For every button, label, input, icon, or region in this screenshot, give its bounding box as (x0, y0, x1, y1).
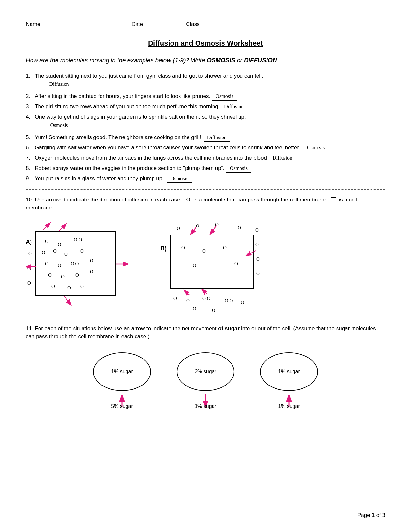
list-item: 4. One way to get rid of slugs in your g… (26, 113, 385, 131)
cells-row: 1% sugar 5% sugar 3% sugar (26, 346, 385, 410)
q11-section: 11. For each of the situations below use… (26, 324, 385, 341)
cell-ellipse-2: 3% sugar (177, 352, 234, 391)
svg-line-0 (43, 223, 50, 230)
header-line: Name Date Class (26, 19, 385, 28)
list-item: 7. Oxygen molecules move from the air sa… (26, 154, 385, 162)
cell-ellipse-3: 1% sugar (260, 352, 318, 391)
cell-ellipse-1: 1% sugar (93, 352, 151, 391)
list-item: 2. After sitting in the bathtub for hour… (26, 92, 385, 101)
date-blank (144, 19, 173, 28)
worksheet-title: Diffusion and Osmosis Worksheet (148, 38, 263, 49)
title-section: Diffusion and Osmosis Worksheet (26, 38, 385, 49)
list-item: 3. The girl sitting two rows ahead of yo… (26, 102, 385, 111)
questions-list: 1. The student sitting next to you just … (26, 72, 385, 183)
svg-line-10 (202, 290, 207, 294)
svg-line-9 (185, 291, 189, 295)
name-label: Name (26, 20, 40, 29)
class-label: Class (186, 20, 200, 29)
q10-section: 10. Use arrows to indicate the direction… (26, 196, 385, 212)
cell-outside-label-1: 5% sugar (111, 403, 133, 410)
diagram-a-label: A) (26, 238, 32, 246)
svg-line-1 (59, 224, 66, 231)
cell-outside-label-2: 1% sugar (195, 403, 216, 410)
list-item: 8. Robert sprays water on the veggies in… (26, 164, 385, 173)
list-item: 6. Gargling with salt water when you hav… (26, 144, 385, 152)
diagrams-row: A) O O O O O O O O O O O O O O O O O (26, 215, 385, 315)
svg-line-5 (191, 227, 196, 234)
list-item: 5. Yum! Something smells good. The neigh… (26, 133, 385, 142)
worksheet-page: Name Date Class Diffusion and Osmosis Wo… (0, 0, 411, 532)
cell-unit-1: 1% sugar 5% sugar (90, 346, 154, 410)
cell-membrane-box (331, 197, 336, 202)
svg-line-4 (64, 296, 71, 305)
cell-unit-2: 3% sugar 1% sugar (173, 346, 238, 410)
name-blank (41, 19, 112, 28)
list-item: 1. The student sitting next to you just … (26, 72, 385, 91)
page-footer: Page 1 of 3 (357, 511, 385, 519)
date-label: Date (131, 20, 143, 29)
cell-unit-3: 1% sugar 1% sugar (257, 346, 321, 410)
diagram-a: A) O O O O O O O O O O O O O O O O O (26, 215, 135, 308)
cell-box-b (170, 235, 254, 289)
section-divider (26, 189, 385, 190)
class-blank (201, 19, 230, 28)
diagram-b: B) O O O O O O O O O O O O O O O O (161, 215, 283, 315)
diagram-b-label: B) (161, 244, 167, 253)
instruction-text: How are the molecules moving in the exam… (26, 56, 385, 65)
list-item: 9. You put raisins in a glass of water a… (26, 174, 385, 183)
cell-outside-label-3: 1% sugar (278, 403, 300, 410)
